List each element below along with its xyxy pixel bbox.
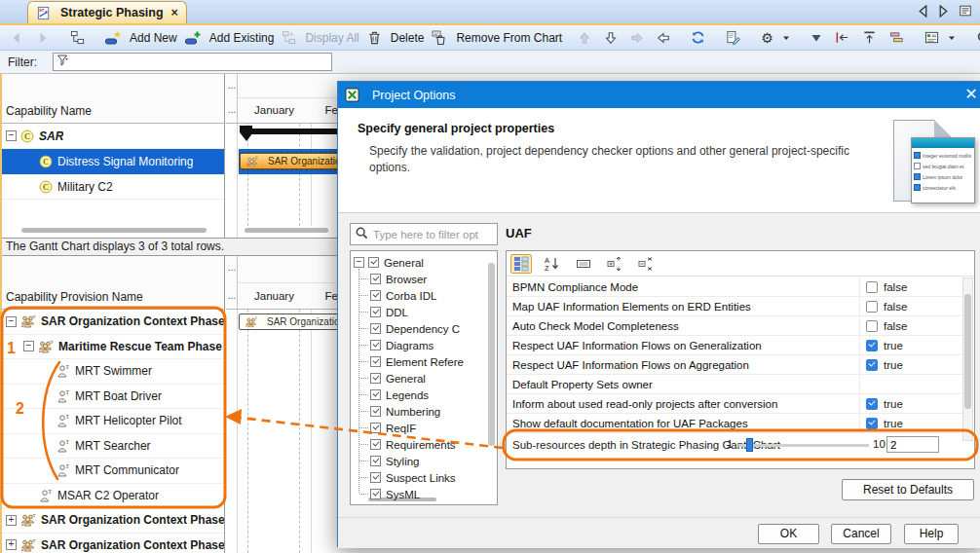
- collapse-toggle-icon[interactable]: −: [23, 341, 34, 351]
- tree-row[interactable]: TMRT Helicopter Pilot: [2, 409, 224, 434]
- tree-node-numbering[interactable]: Numbering: [351, 403, 497, 420]
- tree-row[interactable]: TMRT Swimmer: [2, 359, 224, 385]
- display-all-button[interactable]: Display All: [278, 28, 362, 47]
- filter-input[interactable]: [53, 53, 332, 71]
- checkbox-checked-icon[interactable]: [866, 340, 878, 351]
- property-row[interactable]: Map UAF Information Elements on ERD Enti…: [507, 297, 962, 316]
- tree-node-corba-idl[interactable]: Corba IDL: [351, 287, 497, 304]
- checkbox-checked-icon[interactable]: [370, 340, 381, 350]
- tree-row[interactable]: +TSAR Organization Context Phase 3: [2, 534, 224, 553]
- show-description-icon[interactable]: [573, 254, 594, 274]
- checkbox-checked-icon[interactable]: [370, 489, 381, 499]
- checkbox-unchecked-icon[interactable]: [866, 301, 878, 313]
- tree-node-styling[interactable]: Styling: [351, 453, 497, 469]
- tree-node-dependency-c[interactable]: Dependency C: [351, 320, 497, 337]
- checkbox-checked-icon[interactable]: [866, 418, 878, 429]
- cancel-button[interactable]: Cancel: [831, 524, 891, 544]
- property-row[interactable]: BPMN Compliance Modefalse: [507, 277, 962, 297]
- tree-node-element-refere[interactable]: Element Refere: [351, 353, 497, 370]
- refresh-button[interactable]: [687, 28, 714, 47]
- collapse-toggle-icon[interactable]: −: [354, 257, 364, 268]
- funnel-icon[interactable]: [57, 54, 70, 70]
- dialog-close-icon[interactable]: ✕: [958, 84, 980, 106]
- collapse-nodes-icon[interactable]: [635, 254, 657, 274]
- checkbox-checked-icon[interactable]: [370, 290, 381, 301]
- move-down-button[interactable]: [600, 29, 626, 47]
- property-row[interactable]: Inform about used read-only projects aft…: [507, 394, 962, 414]
- scroll-tabs-right-icon[interactable]: [938, 5, 949, 20]
- tree-node-general[interactable]: General: [351, 370, 497, 387]
- property-row[interactable]: Show default documentation for UAF Packa…: [507, 414, 962, 433]
- add-existing-button[interactable]: Add Existing: [181, 28, 279, 48]
- tree-row[interactable]: CMilitary C2: [2, 174, 224, 200]
- property-row[interactable]: Respect UAF Information Flows on Aggrega…: [507, 355, 962, 375]
- remove-from-chart-button[interactable]: Remove From Chart: [428, 28, 566, 48]
- property-row[interactable]: Default Property Sets owner: [507, 375, 962, 394]
- expand-toggle-icon[interactable]: +: [6, 515, 17, 526]
- tree-row[interactable]: −TMaritime Rescue Team Phase 1: [2, 335, 224, 360]
- columns-button[interactable]: [921, 28, 964, 47]
- legend-button[interactable]: [886, 28, 913, 47]
- reset-to-defaults-button[interactable]: Reset to Defaults: [842, 479, 974, 500]
- horizontal-scrollbar-thumb[interactable]: [21, 228, 207, 233]
- checkbox-unchecked-icon[interactable]: [866, 281, 878, 293]
- find-button[interactable]: [972, 28, 980, 47]
- settings-button[interactable]: ⚙: [757, 29, 799, 47]
- property-row[interactable]: Respect UAF Information Flows on General…: [507, 336, 962, 355]
- move-up-button[interactable]: [574, 29, 600, 47]
- ok-button[interactable]: OK: [758, 524, 819, 544]
- search-input[interactable]: [371, 228, 488, 241]
- edit-properties-button[interactable]: [722, 28, 749, 47]
- checkbox-checked-icon[interactable]: [370, 373, 381, 384]
- tree-row[interactable]: TMRT Boat Driver: [2, 385, 224, 410]
- collapse-toggle-icon[interactable]: −: [6, 316, 17, 327]
- checkbox-checked-icon[interactable]: [370, 472, 381, 483]
- collapsed-column[interactable]: ...: [228, 80, 236, 91]
- tree-row[interactable]: −CSAR: [2, 124, 224, 149]
- checkbox-checked-icon[interactable]: [370, 356, 381, 367]
- tab-close-icon[interactable]: ×: [171, 6, 178, 19]
- move-right-button[interactable]: [626, 29, 653, 47]
- tree-row[interactable]: TMSAR C2 Operator: [2, 484, 224, 509]
- outdent-button[interactable]: [831, 28, 858, 47]
- checkbox-checked-icon[interactable]: [370, 274, 381, 284]
- options-search-box[interactable]: [350, 223, 498, 245]
- scroll-to-top-button[interactable]: [858, 28, 886, 47]
- checkbox-checked-icon[interactable]: [370, 406, 381, 417]
- tree-row[interactable]: −TSAR Organization Context Phase 1: [2, 310, 224, 335]
- tab-strategic-phasing[interactable]: ST Strategic Phasing ×: [27, 1, 187, 23]
- checkbox-checked-icon[interactable]: [370, 389, 381, 400]
- tree-node-sysml[interactable]: SysML: [351, 486, 497, 502]
- delete-button[interactable]: Delete: [363, 28, 429, 47]
- tree-node-general[interactable]: −General: [351, 254, 497, 271]
- sort-alphabetically-icon[interactable]: AZ: [542, 254, 563, 274]
- depth-slider-handle[interactable]: [746, 438, 753, 452]
- horizontal-scrollbar-thumb[interactable]: [245, 228, 328, 233]
- tree-node-diagrams[interactable]: Diagrams: [351, 337, 497, 353]
- tree-row[interactable]: TMRT Searcher: [2, 434, 224, 460]
- checkbox-checked-icon[interactable]: [370, 456, 381, 466]
- tree-node-suspect-links[interactable]: Suspect Links: [351, 469, 497, 486]
- tree-node-browser[interactable]: Browser: [351, 271, 497, 287]
- depth-value-input[interactable]: [886, 436, 939, 453]
- move-left-button[interactable]: [653, 29, 679, 47]
- tree-node-ddl[interactable]: DDL: [351, 304, 497, 320]
- tree-node-legends[interactable]: Legends: [351, 387, 497, 403]
- collapse-toggle-icon[interactable]: −: [6, 130, 17, 141]
- vertical-scrollbar-thumb[interactable]: [964, 294, 971, 409]
- categorized-view-icon[interactable]: [510, 254, 532, 274]
- checkbox-checked-icon[interactable]: [370, 323, 381, 334]
- checkbox-checked-icon[interactable]: [368, 257, 379, 268]
- forward-button[interactable]: [32, 29, 58, 47]
- tree-node-requirements[interactable]: Requirements: [351, 436, 497, 453]
- tab-list-icon[interactable]: [959, 4, 972, 20]
- checkbox-checked-icon[interactable]: [370, 307, 381, 317]
- help-button[interactable]: Help: [904, 524, 959, 544]
- checkbox-checked-icon[interactable]: [866, 359, 878, 371]
- tree-node-reqif[interactable]: ReqIF: [351, 420, 497, 436]
- expand-toggle-icon[interactable]: +: [6, 539, 17, 550]
- tree-row[interactable]: TMRT Communicator: [2, 459, 224, 484]
- back-button[interactable]: [6, 29, 32, 47]
- expand-nodes-icon[interactable]: [604, 254, 625, 274]
- filter-menu-button[interactable]: [807, 30, 831, 46]
